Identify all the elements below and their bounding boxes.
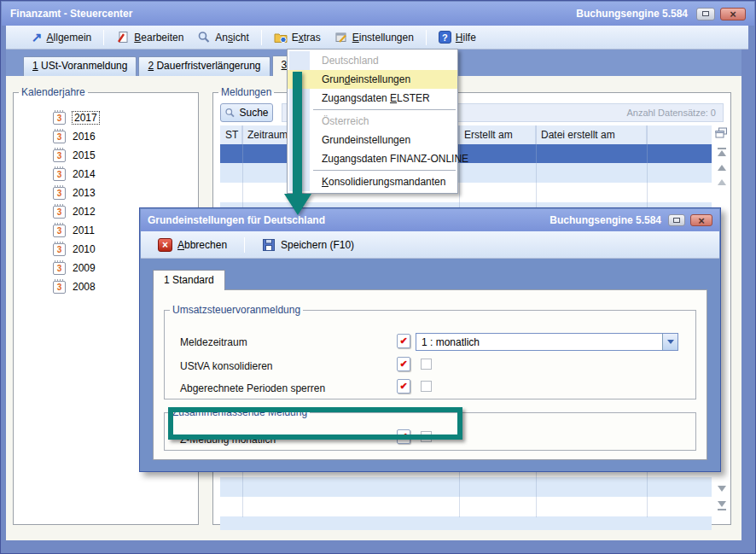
year-item[interactable]: 32008	[53, 279, 96, 294]
year-label: 2011	[73, 225, 95, 236]
menu-item-zugangsdaten-elster[interactable]: Zugangsdaten ELSTER	[288, 89, 457, 108]
year-item[interactable]: 32014	[53, 166, 96, 182]
year-item[interactable]: 32012	[53, 204, 96, 219]
save-floppy-icon	[262, 238, 276, 252]
calendar-icon: 3	[53, 149, 66, 162]
menu-hilfe-label: Hilfe	[456, 32, 476, 44]
year-label: 2015	[73, 149, 96, 161]
menu-hilfe[interactable]: ? Hilfe	[432, 28, 483, 47]
restore-button[interactable]	[696, 8, 715, 20]
calendar-icon: 3	[53, 225, 66, 237]
column-header-empty	[647, 125, 712, 144]
save-button-label: Speichern (F10)	[281, 239, 354, 251]
year-item[interactable]: 32009	[53, 260, 96, 276]
meldezeitraum-value: 1 : monatlich	[416, 336, 662, 348]
scroll-down-icon[interactable]	[718, 486, 726, 492]
tab-standard[interactable]: 1 Standard	[153, 270, 225, 290]
year-label: 2010	[73, 243, 96, 255]
year-item[interactable]: 32011	[53, 223, 95, 238]
meldezeitraum-label: Meldezeitraum	[180, 336, 247, 348]
kalenderjahre-label: Kalenderjahre	[19, 86, 88, 98]
dialog-restore-button[interactable]	[668, 214, 685, 226]
menu-item-zugangsdaten-finanz-online[interactable]: Zugangsdaten FINANZ-ONLINE	[288, 149, 457, 168]
main-titlebar: Finanzamt - Steuercenter Buchungsengine …	[2, 2, 754, 26]
scroll-end-bar	[718, 509, 726, 510]
close-icon: ×	[730, 9, 736, 20]
scroll-to-top-icon[interactable]	[718, 150, 726, 156]
search-button-label: Suche	[239, 107, 268, 119]
tab-dauerfristverlaengerung[interactable]: 2 Dauerfristverlängerung	[138, 56, 270, 76]
meldezeitraum-select[interactable]: 1 : monatlich	[416, 333, 678, 351]
calendar-icon: 3	[53, 206, 66, 219]
menu-separator	[313, 109, 456, 110]
search-icon	[224, 108, 236, 119]
calendar-icon: 3	[53, 262, 66, 275]
umsatzsteuervoranmeldung-groupbox: Umsatzsteuervoranmeldung Meldezeitraum ✔…	[164, 304, 696, 399]
menubar-separator	[426, 30, 427, 45]
year-item[interactable]: 32016	[53, 129, 96, 144]
menu-extras[interactable]: Extras	[267, 28, 328, 47]
menu-item-deutschland-header: Deutschland	[288, 51, 457, 70]
year-label: 2009	[73, 262, 96, 274]
menu-einstellungen[interactable]: Einstellungen	[328, 28, 421, 47]
folder-icon	[274, 31, 288, 44]
menu-bearbeiten-label: Bearbeiten	[134, 32, 183, 44]
mandatory-check-icon: ✔	[397, 379, 410, 394]
calendar-icon: 3	[53, 168, 66, 181]
dialog-close-button[interactable]: ×	[690, 214, 712, 226]
umsatzsteuervoranmeldung-label: Umsatzsteuervoranmeldung	[170, 304, 303, 316]
cancel-button[interactable]: × Abbrechen	[153, 235, 232, 255]
menu-bearbeiten[interactable]: Bearbeiten	[109, 28, 190, 47]
engine-version-label: Buchungsengine 5.584	[576, 8, 688, 20]
annotation-highlight-box	[168, 407, 462, 440]
calendar-icon: 3	[53, 243, 66, 256]
column-header-datei-erstellt-am[interactable]: Datei erstellt am	[536, 125, 647, 144]
menu-item-grundeinstellungen-de[interactable]: Grundeinstellungen	[288, 70, 457, 89]
scroll-up-page-icon[interactable]	[718, 179, 726, 185]
year-item[interactable]: 32015	[53, 148, 96, 163]
year-label: 2017	[73, 112, 99, 124]
record-count-label: Anzahl Datensätze: 0	[626, 108, 716, 118]
column-header-st[interactable]: ST	[220, 125, 242, 144]
cancel-button-label: Abbrechen	[177, 239, 227, 251]
ustva-konsolidieren-checkbox[interactable]	[421, 359, 432, 370]
menu-item-konsolidierungsmandanten[interactable]: Konsolidierungsmandanten	[288, 172, 457, 191]
menu-separator	[313, 170, 456, 171]
menu-einstellungen-label: Einstellungen	[352, 32, 414, 44]
tab-ust-voranmeldung[interactable]: 1 USt-Voranmeldung	[23, 56, 137, 76]
column-chooser-icon[interactable]	[715, 127, 728, 139]
arrow-ne-icon: ↗	[32, 31, 43, 44]
perioden-sperren-checkbox[interactable]	[421, 381, 432, 392]
save-button[interactable]: Speichern (F10)	[257, 235, 359, 255]
edit-document-icon	[116, 31, 130, 44]
dialog-engine-label: Buchungsengine 5.584	[550, 214, 661, 226]
mandatory-check-icon: ✔	[397, 334, 410, 348]
scroll-top-bar	[718, 148, 726, 149]
menubar-separator	[103, 30, 104, 45]
year-item[interactable]: 32013	[53, 185, 96, 201]
calendar-icon: 3	[53, 131, 66, 143]
menu-extras-label: Extras	[292, 32, 321, 44]
dropdown-button[interactable]	[662, 334, 677, 350]
close-button[interactable]: ×	[720, 8, 746, 20]
year-label: 2014	[73, 168, 96, 180]
meldungen-label: Meldungen	[218, 86, 274, 98]
menu-item-grundeinstellungen-at[interactable]: Grundeinstellungen	[288, 131, 457, 149]
column-header-erstellt-am[interactable]: Erstellt am	[459, 125, 536, 144]
menu-item-oesterreich-header: Österreich	[288, 112, 457, 131]
menubar-separator	[261, 30, 262, 45]
menu-ansicht[interactable]: Ansicht	[190, 28, 255, 47]
search-button[interactable]: Suche	[220, 103, 273, 122]
menu-allgemein-label: Allgemein	[47, 32, 92, 44]
year-item[interactable]: 32017	[53, 110, 99, 125]
menu-allgemein[interactable]: ↗ Allgemein	[25, 28, 98, 47]
restore-icon	[673, 218, 680, 223]
toolbar-separator	[244, 237, 245, 253]
scroll-up-icon[interactable]	[718, 165, 726, 171]
year-item[interactable]: 32010	[53, 242, 96, 257]
menubar: ↗ Allgemein Bearbeiten Ansicht Extras	[6, 26, 748, 50]
dialog-toolbar: × Abbrechen Speichern (F10)	[141, 231, 719, 259]
scroll-to-end-icon[interactable]	[718, 501, 726, 507]
year-label: 2016	[73, 131, 96, 143]
einstellungen-dropdown-menu: Deutschland Grundeinstellungen Zugangsda…	[287, 49, 458, 194]
